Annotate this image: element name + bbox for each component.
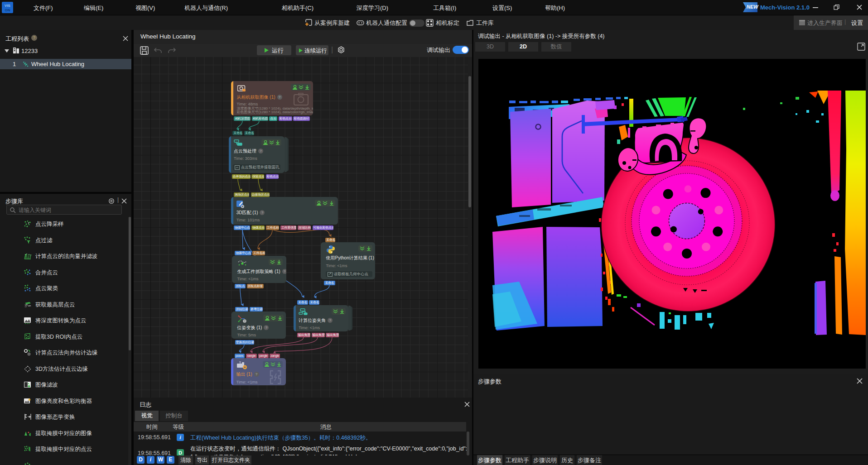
svg-text:VIS: VIS (5, 4, 11, 8)
svg-text:ON: ON (5, 8, 10, 12)
